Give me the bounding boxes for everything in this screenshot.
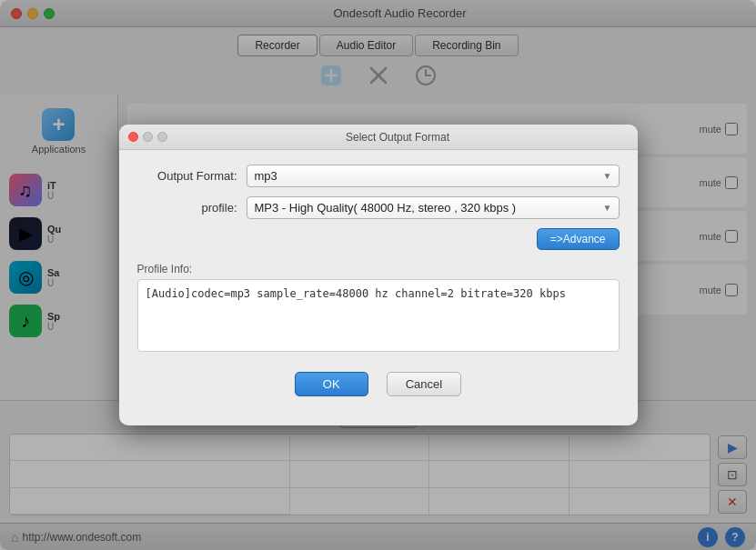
output-format-select-wrapper: mp3 aac flac wav ogg ▼ [247,165,620,187]
profile-info-text: [Audio]codec=mp3 sample_rate=48000 hz ch… [146,287,566,300]
output-format-label: Output Format: [137,169,237,183]
output-format-select[interactable]: mp3 aac flac wav ogg [247,165,620,187]
modal-title: Select Output Format [167,131,629,144]
profile-info-box: [Audio]codec=mp3 sample_rate=48000 hz ch… [137,279,620,352]
profile-label: profile: [137,201,237,215]
cancel-button[interactable]: Cancel [387,372,461,396]
modal-title-bar: Select Output Format [119,125,638,150]
profile-select-wrapper: MP3 - High Quality( 48000 Hz, stereo , 3… [247,196,620,219]
ok-button[interactable]: OK [295,372,368,396]
profile-info-section: Profile Info: [Audio]codec=mp3 sample_ra… [137,263,620,352]
main-window: Ondesoft Audio Recorder Recorder Audio E… [0,0,756,550]
modal-traffic-lights [128,132,167,142]
modal-footer: OK Cancel [137,363,620,411]
modal-overlay: Select Output Format Output Format: mp3 … [0,0,756,550]
modal-minimize-button [143,132,153,142]
modal-maximize-button [157,132,167,142]
profile-select[interactable]: MP3 - High Quality( 48000 Hz, stereo , 3… [247,196,620,219]
profile-row: profile: MP3 - High Quality( 48000 Hz, s… [137,196,620,219]
output-format-row: Output Format: mp3 aac flac wav ogg ▼ [137,165,620,187]
profile-info-label: Profile Info: [137,263,620,275]
select-output-format-modal: Select Output Format Output Format: mp3 … [119,125,638,425]
advance-button[interactable]: =>Advance [537,228,620,250]
modal-body: Output Format: mp3 aac flac wav ogg ▼ [119,150,638,425]
modal-close-button[interactable] [128,132,138,142]
